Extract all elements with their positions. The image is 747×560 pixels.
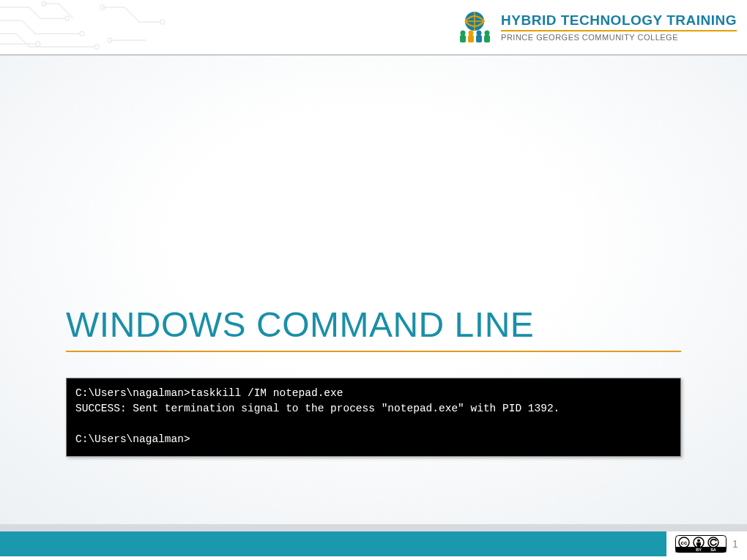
- svg-point-15: [477, 31, 482, 36]
- page-number: 1: [732, 538, 738, 550]
- brand-title: HYBRID TECHNOLOGY TRAINING: [501, 12, 737, 29]
- slide-title: WINDOWS COMMAND LINE: [66, 305, 681, 352]
- terminal-line: SUCCESS: Sent termination signal to the …: [75, 401, 672, 417]
- svg-rect-14: [468, 35, 474, 42]
- brand-subtitle: PRINCE GEORGES COMMUNITY COLLEGE: [501, 30, 737, 42]
- people-globe-icon: [456, 10, 494, 45]
- slide-body: WINDOWS COMMAND LINE C:\Users\nagalman>t…: [0, 56, 747, 524]
- cc-by-sa-icon: cc BY SA: [675, 535, 726, 553]
- terminal-line: C:\Users\nagalman>taskkill /IM notepad.e…: [75, 386, 672, 401]
- svg-text:SA: SA: [710, 548, 716, 552]
- svg-text:cc: cc: [681, 540, 688, 546]
- terminal-screenshot: C:\Users\nagalman>taskkill /IM notepad.e…: [66, 378, 681, 457]
- svg-point-24: [697, 540, 700, 542]
- svg-rect-18: [484, 35, 490, 42]
- footer-bar: cc BY SA 1: [0, 524, 747, 560]
- circuit-decoration: [0, 0, 190, 56]
- footer-right: cc BY SA 1: [666, 524, 747, 556]
- svg-text:BY: BY: [696, 548, 702, 552]
- svg-rect-12: [460, 35, 466, 42]
- terminal-line: [75, 417, 672, 432]
- header-bar: HYBRID TECHNOLOGY TRAINING PRINCE GEORGE…: [0, 0, 747, 56]
- footer-accent: [0, 524, 666, 556]
- svg-point-17: [485, 31, 490, 36]
- terminal-line: C:\Users\nagalman>: [75, 432, 672, 447]
- svg-point-11: [461, 31, 466, 36]
- svg-rect-16: [476, 35, 482, 42]
- svg-point-13: [469, 31, 474, 36]
- brand-logo-block: HYBRID TECHNOLOGY TRAINING PRINCE GEORGE…: [456, 10, 737, 45]
